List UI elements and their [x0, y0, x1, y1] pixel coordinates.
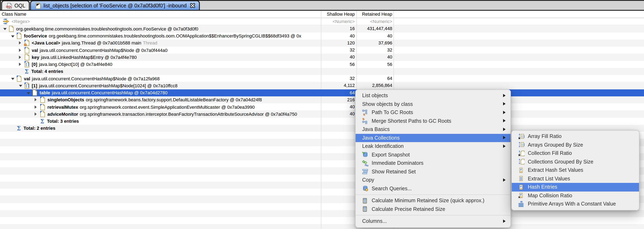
expand-arrow-icon[interactable]	[19, 48, 24, 52]
menu-item-java-collections[interactable]: Java Collections	[356, 134, 510, 142]
menu-item-columns[interactable]: Columns...	[356, 217, 510, 226]
submenu-arrow-icon	[503, 94, 506, 97]
menu-item-java-basics[interactable]: Java Basics	[356, 125, 510, 134]
tree-row-class-name: adviceMonitororg.springframework.transac…	[0, 110, 321, 118]
menu-item-search-queries[interactable]: Search Queries...	[356, 184, 510, 193]
menu-item-show-retained-set[interactable]: Show Retained Set	[356, 168, 510, 176]
collapse-arrow-icon[interactable]	[27, 91, 31, 94]
collapse-arrow-icon[interactable]	[11, 34, 16, 37]
class-name-filter[interactable]: <Regex>	[3, 18, 30, 25]
expand-arrow-icon[interactable]	[34, 112, 39, 116]
tree-row-class-name: ΣTotal: 2 entries	[0, 125, 321, 132]
tab-list-objects-label: list_objects [selection of 'FooService @…	[44, 3, 187, 8]
menu-item-leak-identification[interactable]: Leak Identification	[356, 142, 510, 150]
menu-item-label: Show Retained Set	[372, 169, 416, 175]
menu-item-immediate-dominators[interactable]: Immediate Dominators	[356, 159, 510, 168]
menu-item-calculate-precise-retained-size[interactable]: Calculate Precise Retained Size	[356, 205, 510, 213]
submenu-item-primitive-arrays-with-a-constant-value[interactable]: Primitive Arrays With a Constant Value	[512, 200, 639, 208]
shallow-heap-value: 56	[322, 61, 355, 68]
menu-item-calculate-minimum-retained-size-quick-approx[interactable]: Calculate Minimum Retained Size (quick a…	[356, 196, 510, 205]
menu-item-label: Leak Identification	[362, 144, 404, 149]
submenu-item-map-collision-ratio[interactable]: #Map Collision Ratio	[512, 191, 639, 200]
submenu-arrow-icon	[503, 136, 506, 139]
retained-heap-value: 431,447,448	[357, 25, 392, 32]
expand-arrow-icon[interactable]	[19, 56, 24, 59]
tree-row[interactable]: [][0]java.lang.Object[10] @ 0x7a4f4e8405…	[0, 61, 644, 68]
calculator-icon	[362, 198, 369, 204]
tree-row[interactable]: adviceMonitororg.springframework.transac…	[0, 110, 644, 118]
tree-row[interactable]: [][1]java.util.concurrent.ConcurrentHash…	[0, 82, 644, 90]
menu-item-merge-shortest-paths-to-gc-roots[interactable]: Merge Shortest Paths to GC Roots	[356, 117, 510, 125]
tab-oql[interactable]: OQL OQL	[1, 0, 30, 10]
class-name-filter-placeholder: <Regex>	[12, 19, 30, 24]
retained-heap-filter[interactable]: <Numeric>	[357, 18, 392, 25]
submenu-item-arrays-grouped-by-size[interactable]: []Arrays Grouped By Size	[512, 141, 639, 149]
class-and-address: java.lang.Thread @ 0x7a001b588 main	[62, 40, 141, 46]
submenu-item-collections-grouped-by-size[interactable]: Collections Grouped By Size	[512, 158, 639, 166]
empty-row	[0, 210, 644, 217]
menu-item-label: Copy	[362, 177, 374, 183]
submenu-arrow-icon	[503, 102, 506, 106]
tree-row[interactable]: valjava.util.concurrent.ConcurrentHashMa…	[0, 46, 644, 54]
shallow-heap-value: 40	[322, 104, 355, 110]
tree-row[interactable]: keyjava.util.LinkedHashMap$Entry @ 0x7a4…	[0, 54, 644, 61]
tree-row[interactable]: retrievalMutexorg.springframework.contex…	[0, 104, 644, 110]
tree-row[interactable]: tablejava.util.concurrent.ConcurrentHash…	[0, 89, 644, 96]
object-page-ref-icon	[24, 47, 30, 53]
tree-row[interactable]: valjava.util.concurrent.ConcurrentHashMa…	[0, 75, 644, 82]
menu-item-label: Array Fill Ratio	[528, 134, 562, 140]
class-and-address: java.util.concurrent.ConcurrentHashMap$N…	[32, 76, 160, 81]
retained-heap-value: 56	[357, 61, 392, 68]
column-header-retained-heap[interactable]: Retained Heap	[357, 11, 392, 18]
column-header-class-name[interactable]: Class Name	[2, 11, 26, 18]
collapse-arrow-icon[interactable]	[19, 84, 24, 87]
tree-row[interactable]: fooServiceorg.geekbang.time.commonmistak…	[0, 32, 644, 40]
column-divider[interactable]	[321, 11, 322, 229]
submenu-arrow-icon	[503, 110, 506, 114]
tree-row[interactable]: <Java Local>java.lang.Thread @ 0x7a001b5…	[0, 40, 644, 47]
submenu-item-extract-hash-set-values[interactable]: #Extract Hash Set Values	[512, 166, 639, 174]
menu-separator	[356, 194, 510, 195]
submenu-item-hash-entries[interactable]: #Hash Entries	[512, 183, 639, 191]
menu-item-list-objects[interactable]: List objects	[356, 92, 510, 100]
close-icon[interactable]	[190, 3, 195, 8]
tree-row[interactable]: ΣTotal: 4 entries	[0, 68, 644, 75]
tree-row-class-name: fooServiceorg.geekbang.time.commonmistak…	[0, 32, 321, 40]
tab-list-objects[interactable]: list_objects [selection of 'FooService @…	[30, 0, 200, 10]
field-label: retrievalMutex	[48, 104, 78, 109]
menu-item-label: Java Basics	[362, 127, 390, 132]
array-page-ref-icon: []	[24, 61, 30, 68]
submenu-item-collection-fill-ratio[interactable]: Collection Fill Ratio	[512, 149, 639, 158]
menu-item-export-snapshot[interactable]: Export Snapshot	[356, 150, 510, 159]
shallow-heap-value: 32	[322, 75, 355, 82]
tree-row[interactable]: org.geekbang.time.commonmistakes.trouble…	[0, 25, 644, 32]
expand-arrow-icon[interactable]	[34, 98, 39, 102]
tree-row[interactable]: ΣTotal: 3 entries	[0, 118, 644, 125]
menu-item-show-objects-by-class[interactable]: Show objects by class	[356, 100, 510, 108]
tree-row-class-name: [][0]java.lang.Object[10] @ 0x7a4f4e840	[0, 61, 321, 68]
object-page-icon	[8, 26, 14, 32]
arrays-grouped-icon: []	[518, 142, 525, 148]
show-retained-set-icon	[362, 169, 369, 175]
svg-text:#: #	[520, 193, 522, 196]
menu-item-copy[interactable]: Copy	[356, 176, 510, 184]
submenu-item-extract-list-values[interactable]: Extract List Values	[512, 174, 639, 183]
expand-arrow-icon[interactable]	[19, 62, 24, 66]
collapse-arrow-icon[interactable]	[11, 77, 16, 80]
regex-filter-icon	[3, 18, 10, 25]
tree-row[interactable]: singletonObjectsorg.springframework.bean…	[0, 96, 644, 104]
menu-item-path-to-gc-roots[interactable]: Path To GC Roots	[356, 108, 510, 117]
collapse-arrow-icon[interactable]	[3, 28, 8, 30]
submenu-item-array-fill-ratio[interactable]: []Array Fill Ratio	[512, 132, 639, 141]
menu-item-label: Collection Fill Ratio	[528, 150, 572, 156]
context-menu: List objectsShow objects by classPath To…	[355, 90, 511, 228]
shallow-heap-filter[interactable]: <Numeric>	[322, 18, 355, 25]
expand-arrow-icon[interactable]	[34, 105, 39, 108]
object-page-ref-icon	[40, 111, 46, 118]
menu-item-label: Immediate Dominators	[372, 160, 424, 166]
menu-item-label: Extract List Values	[528, 176, 570, 182]
menu-item-label: Extract Hash Set Values	[528, 168, 583, 173]
expand-arrow-icon[interactable]	[19, 42, 24, 45]
retained-heap-value: 32	[357, 46, 392, 54]
column-header-shallow-heap[interactable]: Shallow Heap	[322, 11, 355, 18]
